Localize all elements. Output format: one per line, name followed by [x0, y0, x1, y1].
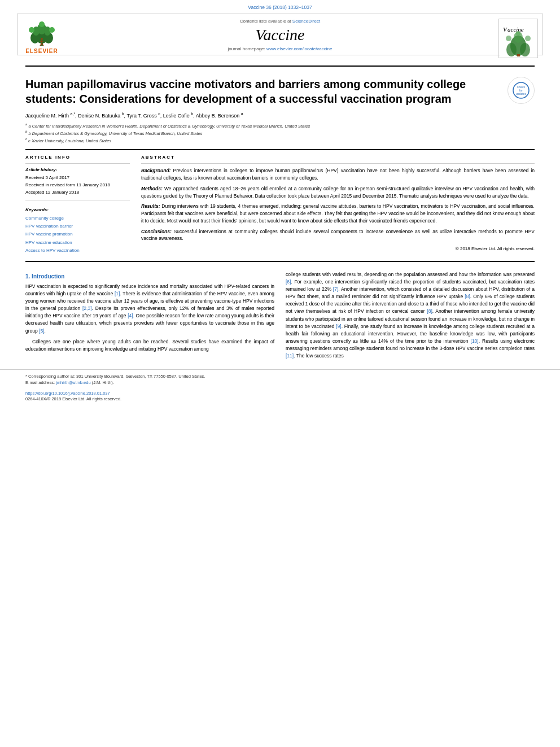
keywords-label: Keywords:	[25, 207, 130, 212]
received-date: Received 5 April 2017	[25, 174, 130, 182]
ref-6[interactable]: [6]	[286, 279, 291, 285]
ref-1[interactable]: [1]	[115, 291, 120, 296]
intro-heading: 1. Introduction	[25, 273, 274, 279]
intro-para-1: HPV vaccination is expected to significa…	[25, 283, 274, 335]
article-body: 1. Introduction HPV vaccination is expec…	[0, 271, 560, 364]
email-address[interactable]: jmhirth@utmb.edu	[56, 380, 90, 385]
svg-point-19	[506, 43, 517, 56]
keyword-4: HPV vaccine education	[25, 239, 130, 247]
email-person: (J.M. Hirth).	[92, 380, 114, 385]
svg-point-24	[516, 31, 520, 36]
intro-right-text: college students with varied results, de…	[286, 271, 535, 360]
article-info-col: ARTICLE INFO Article history: Received 5…	[25, 155, 130, 255]
ref-9[interactable]: [9]	[336, 324, 341, 329]
svg-point-8	[49, 27, 55, 33]
contents-line: Contents lists available at ScienceDirec…	[228, 19, 333, 24]
ref-8b[interactable]: [8]	[427, 308, 432, 314]
header-center: Contents lists available at ScienceDirec…	[228, 19, 333, 51]
intro-text: HPV vaccination is expected to significa…	[25, 283, 274, 353]
divider-top	[25, 65, 535, 67]
doi-section: https://doi.org/10.1016/j.vaccine.2018.0…	[25, 390, 535, 401]
page: Vaccine 36 (2018) 1032–1037	[0, 0, 560, 747]
corresponding-note: * Corresponding author at: 301 Universit…	[25, 373, 535, 379]
abstract-col: ABSTRACT Background: Previous interventi…	[141, 155, 535, 255]
keyword-3: HPV vaccine promotion	[25, 230, 130, 238]
svg-point-22	[506, 36, 511, 41]
intro-right-para: college students with varied results, de…	[286, 271, 535, 360]
issn-line: 0264-410X/© 2018 Elsevier Ltd. All right…	[25, 396, 121, 401]
conclusions-text: Successful interventions at community co…	[141, 229, 535, 242]
abstract-conclusions: Conclusions: Successful interventions at…	[141, 228, 535, 243]
body-divider	[25, 261, 535, 262]
abstract-background: Background: Previous interventions in co…	[141, 167, 535, 182]
background-title: Background:	[141, 168, 170, 173]
methods-text: We approached students aged 18–26 years …	[141, 186, 535, 199]
affiliation-c: c c Xavier University, Louisiana, United…	[25, 137, 535, 144]
svg-text:accine: accine	[508, 26, 524, 33]
svg-rect-25	[517, 54, 520, 56]
ref-10[interactable]: [10]	[471, 338, 479, 344]
methods-title: Methods:	[141, 186, 163, 191]
ref-11[interactable]: [11]	[286, 353, 294, 359]
article-info-label: ARTICLE INFO	[25, 155, 130, 160]
history-label: Article history:	[25, 167, 130, 172]
background-text: Previous interventions in colleges to im…	[141, 168, 535, 181]
abstract-results: Results: During interviews with 19 stude…	[141, 203, 535, 224]
body-right-col: college students with varied results, de…	[286, 271, 535, 364]
sciencedirect-link[interactable]: ScienceDirect	[292, 19, 320, 24]
svg-point-20	[520, 43, 530, 56]
abstract-label: ABSTRACT	[141, 155, 535, 160]
svg-text:updates: updates	[516, 92, 526, 95]
author-gross: Tyra T. Gross c,	[126, 113, 163, 119]
email-label: E-mail address:	[25, 380, 55, 385]
results-text: During interviews with 19 students, 4 th…	[141, 203, 535, 224]
footer: * Corresponding author at: 301 Universit…	[0, 369, 560, 405]
article-content: Check for updates Human papillomavirus v…	[0, 55, 560, 255]
journal-name: Vaccine	[228, 26, 333, 44]
svg-point-10	[41, 38, 43, 40]
conclusions-title: Conclusions:	[141, 229, 172, 234]
svg-point-23	[525, 36, 531, 41]
vaccine-logo-image: V accine	[498, 19, 538, 58]
copyright: © 2018 Elsevier Ltd. All rights reserved…	[141, 246, 535, 252]
authors-line: Jacqueline M. Hirth a,*, Denise N. Batuu…	[25, 112, 535, 119]
results-title: Results:	[141, 203, 160, 209]
affiliation-a: a a Center for Interdisciplinary Researc…	[25, 122, 535, 129]
divider-keywords	[25, 200, 130, 200]
keyword-1: Community college	[25, 215, 130, 222]
info-abstract-columns: ARTICLE INFO Article history: Received 5…	[25, 155, 535, 255]
abstract-methods: Methods: We approached students aged 18–…	[141, 185, 535, 200]
ref-8a[interactable]: [8]	[465, 294, 470, 299]
revised-date: Received in revised form 11 January 2018	[25, 182, 130, 189]
accepted-date: Accepted 12 January 2018	[25, 189, 130, 196]
check-updates-badge[interactable]: Check for updates	[508, 77, 535, 104]
author-cofie: Leslie Cofie b,	[163, 113, 196, 119]
keyword-2: HPV vaccination barrier	[25, 222, 130, 230]
keyword-5: Access to HPV vaccination	[25, 247, 130, 255]
ref-4[interactable]: [4]	[128, 313, 133, 318]
affiliations: a a Center for Interdisciplinary Researc…	[25, 122, 535, 143]
svg-point-9	[39, 21, 45, 27]
ref-5[interactable]: [5]	[39, 328, 44, 334]
body-left-col: 1. Introduction HPV vaccination is expec…	[25, 271, 274, 364]
header-box: ELSEVIER Contents lists available at Sci…	[17, 14, 543, 55]
doi-link[interactable]: https://doi.org/10.1016/j.vaccine.2018.0…	[25, 391, 110, 396]
divider-abstract	[141, 163, 535, 164]
author-hirth: Jacqueline M. Hirth a,*,	[25, 113, 78, 119]
homepage-url[interactable]: www.elsevier.com/locate/vaccine	[266, 46, 333, 51]
title-section: Check for updates Human papillomavirus v…	[25, 71, 535, 112]
ref-7[interactable]: [7]	[333, 286, 338, 292]
ref-23[interactable]: [2,3]	[82, 305, 92, 311]
journal-ref: Vaccine 36 (2018) 1032–1037	[248, 5, 312, 10]
abstract-text: Background: Previous interventions in co…	[141, 167, 535, 252]
elsevier-text: ELSEVIER	[25, 48, 58, 54]
divider-mid	[25, 149, 535, 150]
affiliation-b: b b Department of Obstetrics & Gynecolog…	[25, 129, 535, 137]
journal-homepage: journal homepage: www.elsevier.com/locat…	[228, 46, 333, 51]
article-title: Human papillomavirus vaccine motivators …	[25, 77, 535, 106]
elsevier-logo: ELSEVIER	[22, 19, 62, 58]
divider-info	[25, 163, 130, 164]
intro-para-2: Colleges are one place where young adult…	[25, 338, 274, 353]
author-batuuka: Denise N. Batuuka b,	[78, 113, 126, 119]
svg-point-7	[29, 27, 34, 33]
